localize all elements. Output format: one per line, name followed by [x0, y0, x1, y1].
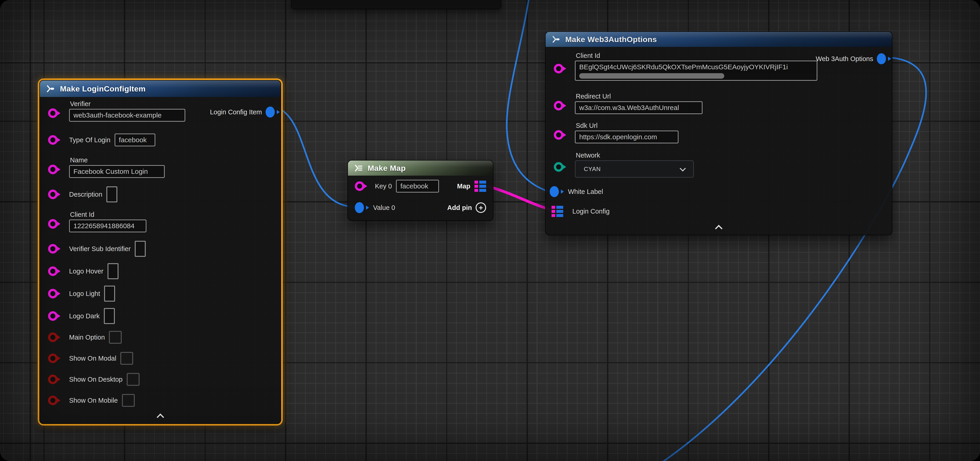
- network-pin[interactable]: [554, 162, 563, 172]
- sdk-url-pin[interactable]: [554, 130, 563, 140]
- row-value0-addpin: Value 0 Add pin +: [348, 200, 493, 215]
- logo-dark-field[interactable]: [104, 308, 115, 324]
- show-on-desktop-checkbox[interactable]: [127, 373, 140, 386]
- node-title: Make Map: [368, 164, 406, 173]
- white-label-label: White Label: [568, 188, 603, 196]
- network-dropdown[interactable]: CYAN: [575, 160, 694, 178]
- offscreen-node-bottom-edge[interactable]: [291, 0, 501, 9]
- show-on-mobile-pin[interactable]: [48, 396, 58, 405]
- web3auth-options-output-pin[interactable]: [877, 53, 886, 64]
- key0-pin[interactable]: [355, 181, 364, 191]
- row-show-on-mobile: Show On Mobile: [40, 394, 281, 407]
- row-sdk-url: Sdk Url https://sdk.openlogin.com: [546, 122, 892, 143]
- network-label: Network: [576, 152, 694, 159]
- client-id-label: Client Id: [576, 52, 817, 59]
- collapse-node-button[interactable]: [716, 226, 722, 231]
- make-struct-icon: [552, 35, 561, 44]
- output-login-config-item: Login Config Item: [210, 107, 275, 118]
- row-name: Name Facebook Custom Login: [40, 156, 281, 178]
- show-on-mobile-checkbox[interactable]: [122, 394, 135, 407]
- verifier-sub-identifier-pin[interactable]: [48, 244, 58, 254]
- node-make-loginconfigitem[interactable]: Make LoginConfigItem Login Config Item V…: [39, 80, 281, 424]
- description-pin[interactable]: [48, 189, 58, 199]
- type-of-login-label: Type Of Login: [69, 136, 110, 144]
- logo-hover-pin[interactable]: [48, 266, 58, 276]
- row-network: Network CYAN: [546, 152, 892, 178]
- map-output-pin[interactable]: [474, 181, 486, 192]
- white-label-pin[interactable]: [550, 186, 559, 197]
- description-field[interactable]: [107, 186, 117, 202]
- verifier-field[interactable]: web3auth-facebook-example: [69, 109, 185, 122]
- map-output-label: Map: [457, 183, 470, 190]
- chevron-up-icon: [715, 225, 723, 232]
- show-on-mobile-label: Show On Mobile: [69, 397, 118, 404]
- logo-light-label: Logo Light: [69, 290, 100, 297]
- login-config-item-output-pin[interactable]: [266, 107, 275, 118]
- login-config-label: Login Config: [572, 208, 609, 215]
- add-pin-label: Add pin: [447, 204, 472, 211]
- logo-hover-field[interactable]: [108, 263, 118, 279]
- main-option-label: Main Option: [69, 334, 105, 341]
- node-title: Make LoginConfigItem: [60, 84, 146, 93]
- verifier-sub-identifier-field[interactable]: [135, 241, 146, 257]
- logo-light-pin[interactable]: [48, 289, 58, 299]
- type-of-login-pin[interactable]: [48, 135, 58, 145]
- chevron-down-icon: [679, 165, 686, 172]
- plus-circle-icon: +: [476, 202, 486, 213]
- sdk-url-field[interactable]: https://sdk.openlogin.com: [575, 130, 678, 143]
- name-field[interactable]: Facebook Custom Login: [69, 165, 165, 178]
- add-pin-button[interactable]: Add pin +: [447, 202, 486, 213]
- show-on-modal-checkbox[interactable]: [120, 352, 133, 365]
- row-logo-hover: Logo Hover: [40, 264, 281, 278]
- row-type-of-login: Type Of Login facebook: [40, 133, 281, 147]
- row-description: Description: [40, 187, 281, 202]
- row-white-label: White Label: [546, 185, 892, 198]
- show-on-modal-pin[interactable]: [48, 353, 58, 363]
- node-header[interactable]: Make Web3AuthOptions: [546, 32, 892, 47]
- login-config-pin[interactable]: [552, 206, 563, 217]
- client-id-field[interactable]: 1222658941886084: [69, 219, 146, 232]
- node-title: Make Web3AuthOptions: [565, 35, 657, 44]
- logo-dark-pin[interactable]: [48, 311, 58, 321]
- row-logo-light: Logo Light: [40, 286, 281, 301]
- logo-light-field[interactable]: [104, 286, 115, 302]
- make-struct-icon: [46, 84, 56, 94]
- value0-pin[interactable]: [355, 202, 364, 213]
- client-id-label: Client Id: [70, 211, 146, 218]
- redirect-url-label: Redirect Url: [576, 92, 703, 100]
- row-key0-map: Key 0 facebook Map: [348, 179, 493, 194]
- name-pin[interactable]: [48, 165, 58, 174]
- verifier-pin[interactable]: [48, 108, 58, 118]
- client-id-pin[interactable]: [48, 219, 58, 229]
- description-label: Description: [69, 191, 102, 198]
- redirect-url-pin[interactable]: [554, 101, 563, 110]
- type-of-login-field[interactable]: facebook: [115, 134, 155, 146]
- redirect-url-field[interactable]: w3a://com.w3a.Web3AuthUnreal: [575, 101, 703, 114]
- verifier-sub-identifier-label: Verifier Sub Identifier: [69, 245, 130, 253]
- client-id-pin[interactable]: [554, 64, 563, 73]
- client-id-field-scrollbar[interactable]: [579, 73, 724, 79]
- output-web3auth-options: Web 3Auth Options: [816, 53, 886, 64]
- client-id-field[interactable]: BEglQSgt4cUWcj6SKRdu5QkOXTsePmMcusG5EAoy…: [575, 60, 817, 81]
- value0-label: Value 0: [373, 204, 395, 211]
- collapse-node-button[interactable]: [158, 415, 163, 420]
- row-redirect-url: Redirect Url w3a://com.w3a.Web3AuthUnrea…: [546, 92, 892, 114]
- row-login-config: Login Config: [546, 205, 892, 218]
- key0-field[interactable]: facebook: [396, 180, 439, 192]
- row-client-id: Client Id 1222658941886084: [40, 211, 281, 232]
- show-on-desktop-pin[interactable]: [48, 375, 58, 384]
- blueprint-graph-canvas[interactable]: Make LoginConfigItem Login Config Item V…: [0, 0, 980, 461]
- show-on-modal-label: Show On Modal: [69, 354, 116, 362]
- output-pin-label: Web 3Auth Options: [816, 55, 873, 63]
- logo-hover-label: Logo Hover: [69, 267, 103, 275]
- node-make-map[interactable]: Make Map Key 0 facebook Map: [347, 160, 493, 221]
- name-label: Name: [70, 156, 165, 164]
- client-id-text: BEglQSgt4cUWcj6SKRdu5QkOXTsePmMcusG5EAoy…: [579, 63, 813, 71]
- node-make-web3authoptions[interactable]: Make Web3AuthOptions Web 3Auth Options C…: [545, 31, 892, 235]
- main-option-checkbox[interactable]: [109, 331, 122, 344]
- main-option-pin[interactable]: [48, 332, 58, 342]
- node-header[interactable]: Make Map: [348, 161, 493, 176]
- wire-loginconfigitem-to-value0[interactable]: [269, 106, 356, 207]
- node-header[interactable]: Make LoginConfigItem: [40, 81, 281, 97]
- row-show-on-modal: Show On Modal: [40, 352, 281, 365]
